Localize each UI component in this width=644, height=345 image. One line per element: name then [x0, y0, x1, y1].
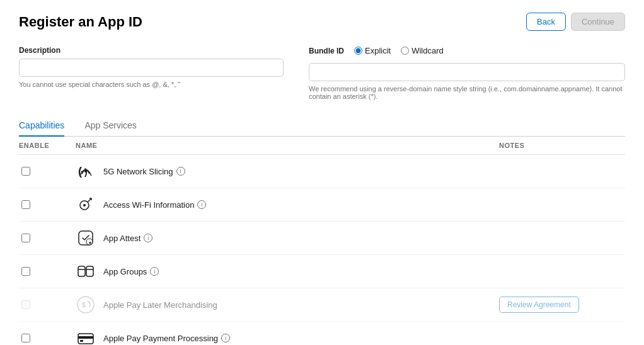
capability-name: Access Wi-Fi Information i [103, 200, 206, 210]
5g-network-slicing-icon: ( · ) [76, 161, 96, 181]
wildcard-label: Wildcard [411, 46, 444, 55]
svg-line-5 [88, 198, 91, 202]
header-buttons: Back Continue [526, 13, 625, 31]
table-row: ★ App Attest i [19, 222, 625, 255]
info-icon[interactable]: i [221, 334, 230, 342]
col-header-name: NAME [76, 142, 499, 149]
tab-capabilities[interactable]: Capabilities [19, 115, 64, 137]
capability-name: Apple Pay Payment Processing i [103, 334, 230, 343]
page-title: Register an App ID [19, 14, 142, 30]
capability-checkbox-groups[interactable] [21, 267, 30, 276]
svg-rect-12 [78, 266, 85, 276]
wildcard-radio[interactable] [401, 47, 409, 55]
name-cell: ( · ) 5G Network Slicing i [76, 161, 499, 181]
info-icon[interactable]: i [150, 267, 159, 276]
notes-cell: Review Agreement [499, 297, 625, 313]
apple-pay-later-icon: $ [76, 295, 96, 315]
capability-checkbox-5g[interactable] [21, 167, 30, 176]
bundle-id-radio-group: Explicit Wildcard [354, 46, 444, 55]
name-cell: $ Apple Pay Later Merchandising [76, 295, 499, 315]
form-row: Description You cannot use special chara… [19, 46, 625, 100]
table-row: $ Apple Pay Later Merchandising Review A… [19, 288, 625, 322]
bundle-id-label: Bundle ID [309, 47, 344, 55]
name-cell: Access Wi-Fi Information i [76, 195, 499, 215]
info-icon[interactable]: i [144, 234, 152, 242]
bundle-id-input[interactable] [309, 63, 625, 81]
bundle-id-row: Bundle ID Explicit Wildcard [309, 46, 625, 55]
svg-point-8 [83, 204, 86, 206]
capability-name: 5G Network Slicing i [103, 167, 185, 176]
capability-checkbox-attest[interactable] [21, 234, 30, 242]
enable-cell [19, 167, 76, 176]
explicit-radio[interactable] [354, 47, 362, 55]
table-header: ENABLE NAME NOTES [19, 137, 625, 155]
svg-text:★: ★ [88, 240, 92, 245]
capability-name: App Attest i [103, 234, 152, 243]
svg-rect-20 [80, 340, 83, 342]
tabs-container: Capabilities App Services [19, 115, 625, 137]
capability-name: App Groups i [103, 267, 159, 276]
svg-rect-19 [78, 336, 93, 339]
description-hint: You cannot use special characters such a… [19, 81, 284, 88]
capability-name: Apple Pay Later Merchandising [103, 300, 217, 310]
description-group: Description You cannot use special chara… [19, 46, 284, 100]
continue-button: Continue [571, 13, 625, 31]
name-cell: Apple Pay Payment Processing i [76, 328, 499, 345]
explicit-radio-option[interactable]: Explicit [354, 46, 391, 55]
enable-cell [19, 200, 76, 209]
app-groups-icon [76, 261, 96, 281]
table-row: App Groups i [19, 255, 625, 288]
bundle-id-hint: We recommend using a reverse-domain name… [309, 85, 625, 100]
table-row: Apple Pay Payment Processing i [19, 322, 625, 345]
capabilities-table: ENABLE NAME NOTES ( · ) 5G Network Slic [19, 137, 625, 345]
enable-cell [19, 234, 76, 242]
table-row: ( · ) 5G Network Slicing i [19, 155, 625, 188]
back-button[interactable]: Back [526, 13, 566, 31]
explicit-label: Explicit [365, 46, 391, 55]
capability-checkbox-pay-processing[interactable] [21, 334, 30, 342]
enable-cell [19, 334, 76, 342]
tab-app-services[interactable]: App Services [84, 115, 136, 137]
col-header-notes: NOTES [499, 142, 625, 149]
col-header-enable: ENABLE [19, 142, 76, 149]
bundle-id-group: Bundle ID Explicit Wildcard We recommend… [309, 46, 625, 100]
wildcard-radio-option[interactable]: Wildcard [401, 46, 444, 55]
svg-text:$: $ [82, 301, 86, 308]
info-icon[interactable]: i [176, 167, 185, 176]
capability-checkbox-pay-later [21, 300, 30, 309]
table-row: Access Wi-Fi Information i [19, 188, 625, 222]
info-icon[interactable]: i [197, 200, 206, 209]
app-attest-icon: ★ [76, 228, 96, 248]
review-agreement-button[interactable]: Review Agreement [499, 297, 579, 313]
apple-pay-processing-icon [76, 328, 96, 345]
access-wifi-icon [76, 195, 96, 215]
name-cell: App Groups i [76, 261, 499, 281]
name-cell: ★ App Attest i [76, 228, 499, 248]
description-input[interactable] [19, 59, 284, 77]
svg-rect-13 [86, 266, 93, 276]
enable-cell [19, 300, 76, 309]
capability-checkbox-wifi[interactable] [21, 200, 30, 209]
enable-cell [19, 267, 76, 276]
description-label: Description [19, 46, 284, 55]
